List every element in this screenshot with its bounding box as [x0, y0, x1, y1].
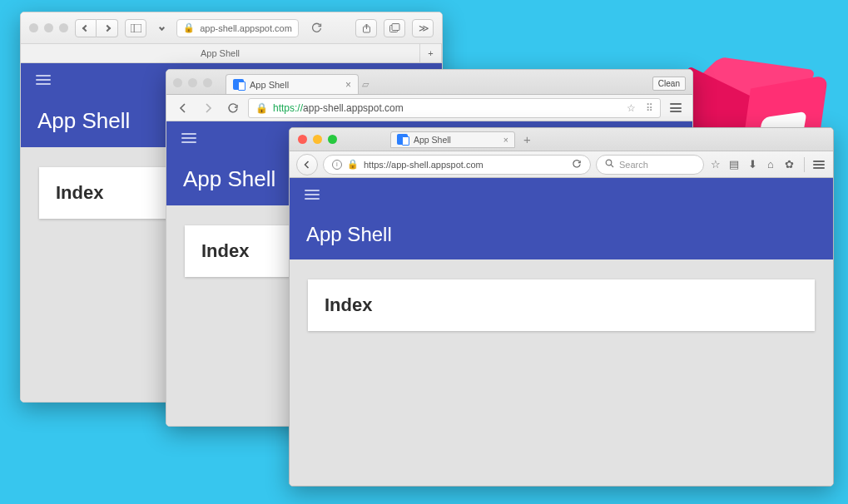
favicon-icon — [397, 134, 408, 145]
zoom-dot-icon[interactable] — [328, 135, 337, 144]
svg-rect-0 — [131, 24, 141, 32]
window-controls[interactable] — [29, 23, 68, 32]
sidebar-button[interactable] — [125, 19, 146, 37]
favicon-icon — [233, 79, 244, 90]
svg-line-6 — [611, 165, 613, 167]
site-info-icon[interactable]: i — [332, 160, 342, 170]
new-tab-button[interactable]: + — [523, 132, 531, 146]
url-text: https://app-shell.appspot.com — [364, 160, 484, 170]
close-dot-icon[interactable] — [298, 135, 307, 144]
close-dot-icon[interactable] — [173, 78, 182, 87]
reload-button[interactable] — [305, 19, 327, 37]
lock-icon: 🔒 — [183, 22, 195, 33]
firefox-menu-button[interactable] — [813, 161, 826, 169]
home-icon[interactable]: ⌂ — [764, 158, 777, 170]
reload-button[interactable] — [223, 98, 243, 118]
firefox-window: App Shell × + i 🔒 https://app-shell.apps… — [289, 127, 834, 487]
safari-titlebar: 🔒 app-shell.appspot.com ≫ — [21, 12, 442, 44]
lock-icon: 🔒 — [255, 102, 268, 114]
minimize-dot-icon[interactable] — [313, 135, 322, 144]
safari-tabstrip: App Shell + — [21, 44, 442, 63]
tabs-button[interactable] — [384, 19, 405, 37]
tab-title: App Shell — [201, 48, 240, 58]
lock-icon: 🔒 — [347, 159, 359, 170]
safari-address-bar[interactable]: 🔒 app-shell.appspot.com — [176, 19, 299, 37]
back-button[interactable] — [75, 19, 97, 37]
window-controls[interactable] — [298, 135, 337, 144]
back-button[interactable] — [173, 98, 193, 118]
firefox-tab[interactable]: App Shell × — [390, 131, 515, 148]
chrome-omnibox[interactable]: 🔒 https://app-shell.appspot.com ☆ ⠿ — [248, 98, 661, 118]
firefox-toolbar: i 🔒 https://app-shell.appspot.com Search… — [290, 151, 833, 178]
content-card: Index — [308, 279, 815, 331]
minimize-dot-icon[interactable] — [44, 23, 53, 32]
zoom-dot-icon[interactable] — [203, 78, 212, 87]
back-button[interactable] — [296, 154, 318, 175]
forward-button[interactable] — [198, 98, 218, 118]
translate-icon[interactable]: ⠿ — [646, 102, 653, 114]
app-title: App Shell — [306, 223, 818, 246]
zoom-dot-icon[interactable] — [59, 23, 68, 32]
share-button[interactable] — [355, 19, 377, 37]
overflow-button[interactable]: ≫ — [412, 19, 434, 37]
close-dot-icon[interactable] — [29, 23, 38, 32]
close-tab-icon[interactable]: × — [345, 79, 351, 91]
safari-address-text: app-shell.appspot.com — [200, 23, 292, 33]
clean-button[interactable]: Clean — [652, 77, 686, 91]
search-icon — [605, 159, 614, 170]
chrome-toolbar: 🔒 https://app-shell.appspot.com ☆ ⠿ — [166, 95, 692, 121]
new-tab-button[interactable]: ▱ — [362, 79, 369, 94]
toolbar-divider — [804, 157, 805, 172]
menu-icon[interactable] — [36, 75, 51, 85]
minimize-dot-icon[interactable] — [188, 78, 197, 87]
window-controls[interactable] — [173, 78, 212, 87]
library-icon[interactable]: ▤ — [727, 158, 741, 170]
menu-icon[interactable] — [305, 190, 320, 200]
dropdown-icon[interactable] — [153, 19, 170, 37]
firefox-searchbar[interactable]: Search — [596, 155, 704, 175]
menu-icon[interactable] — [181, 133, 196, 143]
chrome-tab[interactable]: App Shell × — [226, 74, 359, 94]
downloads-icon[interactable]: ⬇ — [746, 158, 759, 170]
forward-button[interactable] — [97, 19, 118, 37]
svg-rect-4 — [392, 24, 399, 31]
card-heading: Index — [325, 294, 798, 316]
pocket-icon[interactable]: ✿ — [782, 158, 796, 170]
tab-title: App Shell — [414, 135, 451, 145]
bookmark-star-icon[interactable]: ☆ — [709, 158, 722, 170]
app-header: App Shell — [290, 178, 833, 259]
reload-button[interactable] — [572, 159, 582, 170]
safari-tab[interactable]: App Shell — [21, 44, 420, 62]
safari-new-tab-button[interactable]: + — [420, 44, 442, 62]
chrome-tabstrip: App Shell × ▱ Clean — [166, 70, 692, 95]
svg-point-5 — [606, 160, 612, 166]
firefox-tabstrip: App Shell × + — [290, 128, 833, 151]
chrome-menu-button[interactable] — [666, 98, 686, 118]
tab-title: App Shell — [250, 80, 289, 90]
bookmark-star-icon[interactable]: ☆ — [627, 102, 636, 114]
search-placeholder: Search — [619, 160, 648, 170]
firefox-urlbar[interactable]: i 🔒 https://app-shell.appspot.com — [323, 155, 591, 175]
close-tab-icon[interactable]: × — [503, 135, 508, 145]
content-area: Index — [290, 259, 833, 486]
omnibox-url: https://app-shell.appspot.com — [273, 102, 404, 114]
